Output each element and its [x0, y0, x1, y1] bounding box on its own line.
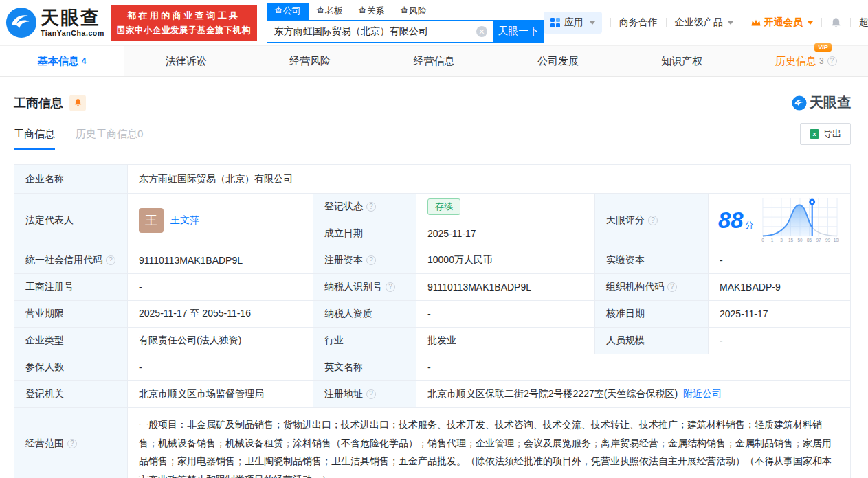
field-value-taxpayer-quality: -: [416, 301, 595, 328]
field-value-reg-capital: 10000万人民币: [416, 247, 595, 274]
field-label-credit-code: 统一社会信用代码 ?: [14, 247, 128, 274]
help-icon[interactable]: ?: [67, 439, 77, 448]
tab-basic-info[interactable]: 基本信息 4: [0, 46, 124, 76]
field-label-taxpayer-quality: 纳税人资质: [313, 301, 416, 328]
field-value-reg-status: 存续: [416, 194, 595, 220]
tab-intellectual-property[interactable]: 知识产权: [620, 46, 744, 76]
apps-grid-icon: [550, 18, 560, 27]
section-title: 工商信息: [14, 95, 63, 111]
field-value-industry: 批发业: [416, 328, 595, 354]
svg-text:15: 15: [788, 238, 794, 242]
nav-cooperation[interactable]: 商务合作: [619, 16, 658, 29]
tab-count: 3: [819, 56, 824, 66]
subtab-business-info[interactable]: 工商信息: [14, 128, 55, 150]
field-value-english-name: -: [416, 354, 851, 381]
field-label-taxpayer-id: 纳税人识别号 ?: [313, 274, 416, 301]
legal-rep-link[interactable]: 王文萍: [170, 214, 199, 227]
field-label-reg-authority: 登记机关: [14, 381, 128, 408]
crown-icon: [750, 18, 761, 27]
search-tab-relation[interactable]: 查关系: [350, 3, 392, 20]
help-icon[interactable]: ?: [827, 56, 837, 66]
nav-enterprise[interactable]: 企业级产品: [675, 16, 733, 29]
search-tab-risk[interactable]: 查风险: [392, 3, 434, 20]
user-name: 超级风...: [859, 16, 868, 29]
address-text: 北京市顺义区保联二街2号院2号楼2227室(天竺综合保税区): [427, 388, 678, 400]
tab-operating-info[interactable]: 经营信息: [372, 46, 496, 76]
help-icon[interactable]: ?: [648, 216, 658, 225]
field-label-approval-date: 核准日期: [595, 301, 709, 328]
nav-open-vip[interactable]: 开通会员: [750, 16, 813, 29]
field-label-score: 天眼评分 ?: [595, 194, 709, 247]
field-value-business-scope: 一般项目：非金属矿及制品销售；货物进出口；技术进出口；技术服务、技术开发、技术咨…: [128, 408, 851, 478]
field-value-reg-authority: 北京市顺义区市场监督管理局: [128, 381, 313, 408]
search-tab-boss[interactable]: 查老板: [309, 3, 350, 20]
search-button[interactable]: 天眼一下: [493, 20, 544, 43]
tianyancha-logo[interactable]: 天眼查 TianYanCha.com: [5, 7, 104, 38]
field-label-legal-rep: 法定代表人: [14, 194, 128, 247]
help-icon[interactable]: ?: [366, 389, 376, 399]
watermark-logo: 天眼查: [792, 93, 851, 112]
chevron-down-icon: [808, 21, 813, 25]
field-label-reg-address: 注册地址 ?: [313, 381, 416, 408]
tab-legal-litigation[interactable]: 法律诉讼: [124, 46, 247, 76]
tab-history-info[interactable]: 历史信息 3 ? VIP: [744, 46, 868, 76]
notification-bell-icon[interactable]: [830, 17, 842, 29]
subtab-history-business-info[interactable]: 历史工商信息0: [76, 128, 143, 150]
apps-menu[interactable]: 应用: [544, 12, 602, 34]
status-badge: 存续: [427, 198, 460, 215]
field-value-business-term: 2025-11-17 至 2055-11-16: [128, 301, 313, 328]
search-tab-company[interactable]: 查公司: [267, 3, 309, 20]
export-button[interactable]: x 导出: [800, 123, 851, 145]
watermark-text: 天眼查: [810, 93, 851, 112]
header: 天眼查 TianYanCha.com 都在用的商业查询工具 国家中小企业发展子基…: [0, 0, 868, 45]
section-header: 工商信息 天眼查: [0, 77, 868, 112]
svg-text:99: 99: [825, 238, 831, 242]
chevron-down-icon: [728, 21, 733, 25]
field-value-staff-size: -: [709, 328, 851, 354]
svg-text:85: 85: [807, 238, 812, 242]
search-tabs: 查公司 查老板 查关系 查风险: [267, 3, 544, 20]
search-input[interactable]: [267, 26, 493, 37]
score-unit: 分: [745, 219, 754, 231]
top-navigation: 应用 商务合作 企业级产品 开通会员 超级风...: [544, 12, 868, 34]
help-icon[interactable]: ?: [667, 282, 677, 292]
help-icon[interactable]: ?: [366, 202, 376, 212]
tab-count: 4: [82, 56, 87, 66]
user-menu[interactable]: 超级风...: [859, 16, 868, 29]
field-label-reg-capital: 注册资本 ?: [313, 247, 416, 274]
avatar[interactable]: 王: [139, 208, 164, 233]
nearby-companies-link[interactable]: 附近公司: [683, 388, 722, 400]
excel-icon: x: [810, 129, 819, 139]
score-value: 88: [718, 209, 744, 231]
field-value-reg-number: -: [128, 274, 313, 301]
field-label-paid-capital: 实缴资本: [595, 247, 709, 274]
vip-badge: VIP: [814, 43, 832, 52]
field-value-legal-rep: 王 王文萍: [128, 194, 313, 247]
help-icon[interactable]: ?: [386, 282, 395, 292]
field-value-credit-code: 91110113MAK1BADP9L: [128, 247, 313, 274]
business-info-table: 企业名称 东方雨虹国际贸易（北京）有限公司 法定代表人 王 王文萍 登记状态 ?…: [14, 164, 851, 478]
field-value-score: 88 分: [709, 194, 851, 247]
score-distribution-chart: 0 1 3 15 50 85 97 99 100: [761, 196, 839, 244]
svg-text:0: 0: [761, 238, 764, 242]
brand-domain: TianYanCha.com: [41, 30, 104, 37]
clear-input-icon[interactable]: ✕: [476, 26, 487, 37]
tianyancha-logo-icon: [5, 7, 37, 38]
tab-operating-risk[interactable]: 经营风险: [248, 46, 372, 76]
tab-company-development[interactable]: 公司发展: [496, 46, 620, 76]
svg-text:50: 50: [797, 238, 803, 242]
help-icon[interactable]: ?: [366, 255, 376, 265]
svg-text:1: 1: [770, 238, 773, 242]
monitor-bell-icon[interactable]: [69, 95, 86, 111]
search-area: 查公司 查老板 查关系 查风险 ✕ 天眼一下: [267, 3, 544, 43]
field-label-insured-count: 参保人数: [14, 354, 128, 381]
help-icon[interactable]: ?: [106, 255, 115, 265]
brand-name: 天眼查: [41, 9, 104, 27]
field-label-company-type: 企业类型: [14, 328, 128, 354]
apps-label: 应用: [564, 16, 583, 29]
subtab-row: 工商信息 历史工商信息0 x 导出: [0, 122, 868, 150]
slogan-line2: 国家中小企业发展子基金旗下机构: [117, 25, 251, 36]
field-label-staff-size: 人员规模: [595, 328, 709, 354]
field-value-approval-date: 2025-11-17: [709, 301, 851, 328]
field-label-industry: 行业: [313, 328, 416, 354]
